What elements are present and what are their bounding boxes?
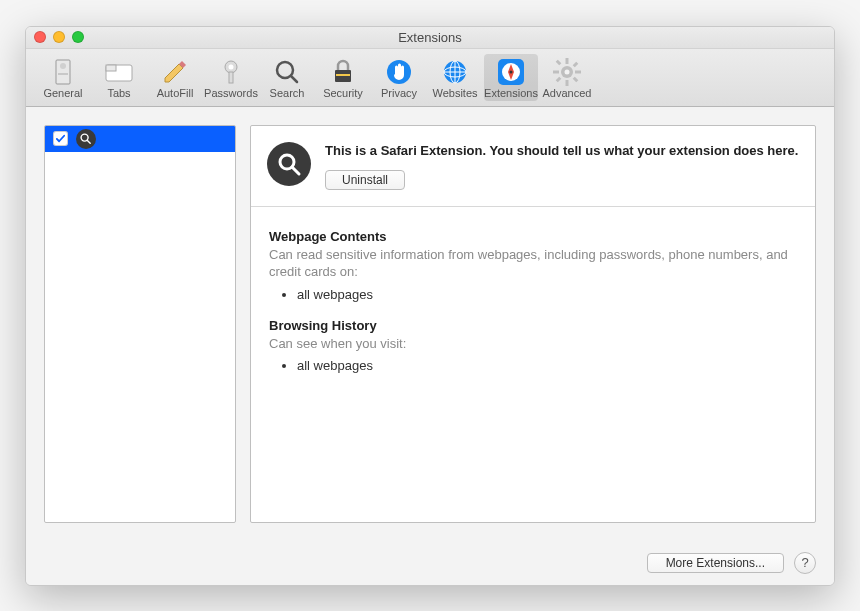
tab-label: General xyxy=(43,87,82,99)
uninstall-button[interactable]: Uninstall xyxy=(325,170,405,190)
permissions-body: Webpage Contents Can read sensitive info… xyxy=(251,207,815,412)
tab-label: Privacy xyxy=(381,87,417,99)
extension-enable-checkbox[interactable] xyxy=(53,131,68,146)
tab-extensions[interactable]: Extensions xyxy=(484,54,538,101)
more-extensions-button[interactable]: More Extensions... xyxy=(647,553,784,573)
svg-rect-4 xyxy=(106,65,116,71)
extension-detail-icon xyxy=(267,142,311,186)
content-area: This is a Safari Extension. You should t… xyxy=(26,107,834,541)
tab-passwords[interactable]: Passwords xyxy=(204,54,258,101)
key-icon xyxy=(215,58,247,86)
hand-icon xyxy=(383,58,415,86)
search-icon xyxy=(271,58,303,86)
window-title: Extensions xyxy=(26,30,834,45)
tab-privacy[interactable]: Privacy xyxy=(372,54,426,101)
permissions-bullet: all webpages xyxy=(297,358,797,373)
permissions-bullet: all webpages xyxy=(297,287,797,302)
tab-label: Extensions xyxy=(484,87,538,99)
gear-icon xyxy=(551,58,583,86)
svg-rect-28 xyxy=(573,61,579,67)
svg-line-32 xyxy=(87,140,90,143)
svg-rect-29 xyxy=(556,76,562,82)
tab-label: Passwords xyxy=(204,87,258,99)
preferences-toolbar: General Tabs AutoFill Passwords xyxy=(26,49,834,107)
general-icon xyxy=(47,58,79,86)
permissions-section-title: Browsing History xyxy=(269,318,797,333)
permissions-section-subtitle: Can read sensitive information from webp… xyxy=(269,246,797,281)
lock-icon xyxy=(327,58,359,86)
tab-autofill[interactable]: AutoFill xyxy=(148,54,202,101)
svg-line-9 xyxy=(291,76,297,82)
detail-header: This is a Safari Extension. You should t… xyxy=(251,126,815,207)
svg-rect-27 xyxy=(573,76,579,82)
tab-label: Advanced xyxy=(543,87,592,99)
svg-point-30 xyxy=(565,69,570,74)
tab-tabs[interactable]: Tabs xyxy=(92,54,146,101)
preferences-window: Extensions General Tabs AutoFill xyxy=(25,26,835,586)
permissions-section-subtitle: Can see when you visit: xyxy=(269,335,797,353)
tabs-icon xyxy=(103,58,135,86)
svg-point-20 xyxy=(510,70,513,73)
svg-rect-26 xyxy=(556,59,562,65)
svg-rect-24 xyxy=(553,70,559,73)
tab-general[interactable]: General xyxy=(36,54,90,101)
tab-advanced[interactable]: Advanced xyxy=(540,54,594,101)
svg-rect-23 xyxy=(566,80,569,86)
svg-rect-25 xyxy=(575,70,581,73)
help-button[interactable]: ? xyxy=(794,552,816,574)
extension-detail-panel: This is a Safari Extension. You should t… xyxy=(250,125,816,523)
tab-websites[interactable]: Websites xyxy=(428,54,482,101)
extensions-sidebar xyxy=(44,125,236,523)
tab-label: Security xyxy=(323,87,363,99)
svg-rect-7 xyxy=(229,72,233,83)
extension-item-icon xyxy=(76,129,96,149)
tab-label: Websites xyxy=(432,87,477,99)
tab-security[interactable]: Security xyxy=(316,54,370,101)
tab-label: Tabs xyxy=(107,87,130,99)
pencil-icon xyxy=(159,58,191,86)
svg-line-34 xyxy=(292,167,299,174)
permissions-section-title: Webpage Contents xyxy=(269,229,797,244)
svg-point-1 xyxy=(60,63,66,69)
globe-icon xyxy=(439,58,471,86)
tab-label: AutoFill xyxy=(157,87,194,99)
titlebar: Extensions xyxy=(26,27,834,49)
svg-rect-11 xyxy=(336,74,350,76)
svg-point-6 xyxy=(229,64,234,69)
svg-rect-2 xyxy=(58,73,68,75)
tab-label: Search xyxy=(270,87,305,99)
tab-search[interactable]: Search xyxy=(260,54,314,101)
footer: More Extensions... ? xyxy=(26,541,834,585)
svg-rect-22 xyxy=(566,58,569,64)
extension-description: This is a Safari Extension. You should t… xyxy=(325,142,799,160)
extension-list-item[interactable] xyxy=(45,126,235,152)
compass-icon xyxy=(495,58,527,86)
